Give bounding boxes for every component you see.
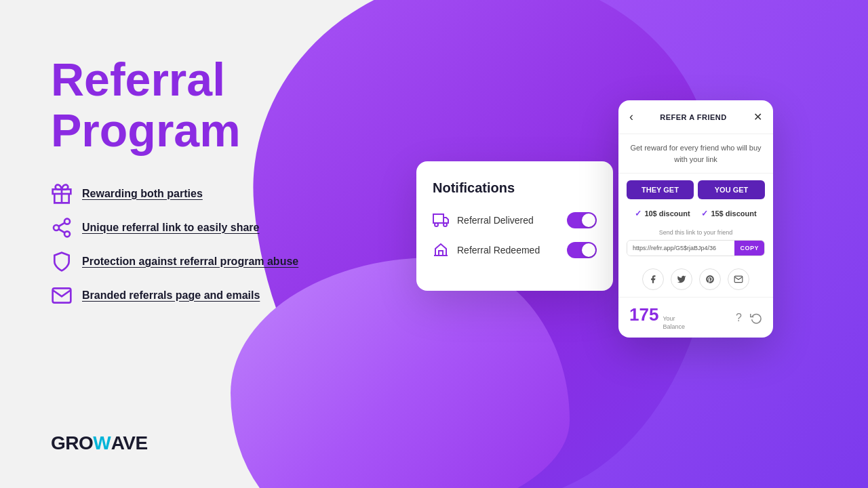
notification-toggle-2[interactable] bbox=[567, 242, 597, 258]
refer-link-label: Send this link to your friend bbox=[627, 229, 765, 236]
feature-text-1: Rewarding both parties bbox=[82, 188, 203, 200]
gift-icon bbox=[51, 183, 73, 205]
notifications-card-title: Notifications bbox=[433, 180, 597, 196]
notification-label-2: Referral Redeemed bbox=[457, 245, 540, 256]
refer-header: ‹ REFER A FRIEND ✕ bbox=[618, 100, 773, 134]
delivery-icon bbox=[433, 212, 449, 228]
feature-item-3: Protection against referral program abus… bbox=[51, 251, 298, 272]
back-button[interactable]: ‹ bbox=[629, 110, 633, 124]
pinterest-icon bbox=[705, 274, 715, 284]
refer-link-row: COPY bbox=[627, 240, 765, 256]
share-icon bbox=[51, 217, 73, 239]
refer-card: ‹ REFER A FRIEND ✕ Get reward for every … bbox=[618, 100, 773, 338]
facebook-icon bbox=[648, 274, 658, 284]
notification-label-1: Referral Delivered bbox=[457, 215, 534, 226]
they-get-value: 10$ discount bbox=[644, 209, 690, 218]
svg-marker-8 bbox=[443, 218, 448, 223]
you-get-value: 15$ discount bbox=[711, 209, 756, 218]
check-icon-2: ✓ bbox=[701, 209, 708, 218]
twitter-icon bbox=[677, 274, 686, 284]
tab-they-get[interactable]: THEY GET bbox=[627, 180, 694, 199]
balance-number: 175 bbox=[629, 304, 658, 325]
history-icon[interactable] bbox=[750, 312, 762, 324]
pinterest-share-button[interactable] bbox=[699, 268, 721, 290]
redeem-icon bbox=[433, 242, 449, 258]
notification-row-1: Referral Delivered bbox=[433, 212, 597, 228]
copy-button[interactable]: COPY bbox=[734, 241, 764, 256]
notification-row-2: Referral Redeemed bbox=[433, 242, 597, 258]
title-line2: Program bbox=[51, 104, 241, 156]
refer-card-title: REFER A FRIEND bbox=[660, 113, 726, 121]
feature-item-1: Rewarding both parties bbox=[51, 183, 298, 205]
svg-point-4 bbox=[64, 231, 70, 237]
notification-toggle-1[interactable] bbox=[567, 212, 597, 228]
notification-left-2: Referral Redeemed bbox=[433, 242, 540, 258]
feature-text-2: Unique referral link to easily share bbox=[82, 222, 259, 234]
email-share-button[interactable] bbox=[728, 268, 749, 290]
check-icon-1: ✓ bbox=[635, 209, 642, 218]
refer-tabs: THEY GET YOU GET bbox=[618, 174, 773, 206]
close-button[interactable]: ✕ bbox=[753, 110, 762, 123]
svg-line-5 bbox=[58, 229, 64, 232]
logo-text-after: AVE bbox=[111, 432, 148, 454]
feature-text-4: Branded referrals page and emails bbox=[82, 289, 260, 302]
left-content: Referral Program Rewarding both parties … bbox=[51, 54, 298, 306]
you-get-discount: ✓ 15$ discount bbox=[701, 209, 756, 218]
balance-section: 175 Your Balance bbox=[629, 304, 685, 331]
feature-item-2: Unique referral link to easily share bbox=[51, 217, 298, 239]
logo: GRO W AVE bbox=[51, 432, 148, 454]
shield-icon bbox=[51, 251, 73, 272]
notifications-card: Notifications Referral Delivered Referra… bbox=[416, 161, 613, 291]
features-list: Rewarding both parties Unique referral l… bbox=[51, 183, 298, 306]
title-line1: Referral bbox=[51, 54, 225, 105]
refer-link-input[interactable] bbox=[627, 241, 734, 256]
tab-you-get[interactable]: YOU GET bbox=[698, 180, 765, 199]
notification-left-1: Referral Delivered bbox=[433, 212, 534, 228]
email-share-icon bbox=[734, 274, 743, 284]
svg-rect-7 bbox=[433, 214, 443, 223]
svg-point-3 bbox=[54, 225, 59, 230]
refer-footer: 175 Your Balance ? bbox=[618, 297, 773, 338]
logo-text-before: GRO bbox=[51, 432, 93, 454]
svg-line-6 bbox=[58, 222, 64, 226]
refer-subtitle: Get reward for every friend who will buy… bbox=[618, 134, 773, 174]
feature-text-3: Protection against referral program abus… bbox=[82, 256, 298, 268]
svg-point-9 bbox=[435, 223, 438, 226]
logo-wave: W bbox=[93, 432, 111, 454]
feature-item-4: Branded referrals page and emails bbox=[51, 285, 298, 306]
footer-icons: ? bbox=[736, 312, 762, 324]
page-title: Referral Program bbox=[51, 54, 298, 156]
twitter-share-button[interactable] bbox=[671, 268, 692, 290]
balance-label: Your Balance bbox=[663, 315, 685, 331]
they-get-discount: ✓ 10$ discount bbox=[635, 209, 690, 218]
refer-link-section: Send this link to your friend COPY bbox=[618, 225, 773, 263]
email-icon bbox=[51, 285, 73, 306]
facebook-share-button[interactable] bbox=[642, 268, 664, 290]
svg-point-10 bbox=[443, 223, 447, 226]
refer-discounts: ✓ 10$ discount ✓ 15$ discount bbox=[618, 206, 773, 225]
svg-point-2 bbox=[64, 218, 70, 224]
help-button[interactable]: ? bbox=[736, 312, 742, 324]
social-icons bbox=[618, 263, 773, 297]
